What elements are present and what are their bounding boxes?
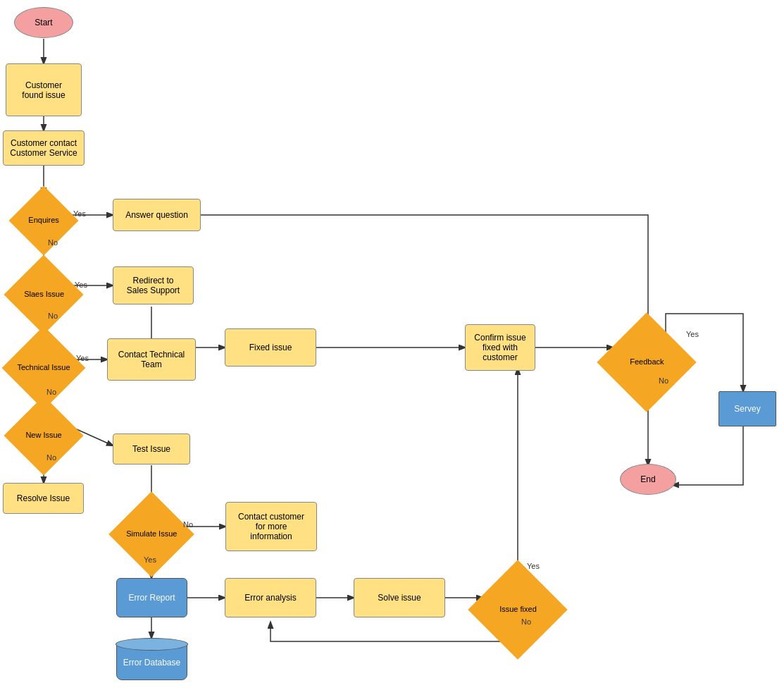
tech-yes-label: Yes [76,354,89,362]
answer-question-node: Answer question [113,199,201,231]
enquires-node: Enquires [9,186,79,256]
simulate-no-label: No [183,520,193,529]
tech-no-label: No [46,388,56,396]
slaes-issue-node: Slaes Issue [4,254,83,334]
feedback-no-label: No [659,376,668,385]
issue-fixed-node: Issue fixed [468,560,567,659]
resolve-issue-node: Resolve Issue [3,483,84,514]
customer-contact-node: Customer contact Customer Service [3,130,85,166]
end-node: End [620,464,676,495]
issue-fixed-yes-label: Yes [527,562,540,570]
flowchart-canvas: Start Customer found issue Customer cont… [0,0,784,695]
redirect-sales-node: Redirect to Sales Support [113,266,194,305]
test-issue-node: Test Issue [113,433,190,465]
new-issue-node: New Issue [4,395,83,475]
feedback-node: Feedback [597,312,696,412]
simulate-issue-node: Simulate Issue [108,491,194,577]
slaes-no-label: No [48,312,58,320]
servey-node: Servey [718,391,776,426]
issue-fixed-no-label: No [521,617,531,626]
error-database-node: Error Database [116,638,187,680]
solve-issue-node: Solve issue [354,578,445,617]
contact-technical-node: Contact Technical Team [107,338,196,381]
simulate-yes-label: Yes [144,555,156,564]
error-report-node: Error Report [116,578,187,617]
confirm-issue-node: Confirm issue fixed with customer [465,324,535,371]
feedback-yes-label: Yes [686,330,699,338]
new-no-label: No [46,453,56,462]
fixed-issue-node: Fixed issue [225,328,316,367]
customer-found-node: Customer found issue [6,63,82,116]
enquires-no-label: No [48,238,58,247]
error-analysis-node: Error analysis [225,578,316,617]
start-node: Start [14,7,73,38]
contact-customer-node: Contact customer for more information [225,502,317,551]
slaes-yes-label: Yes [75,281,87,289]
enquires-yes-label: Yes [73,209,86,218]
